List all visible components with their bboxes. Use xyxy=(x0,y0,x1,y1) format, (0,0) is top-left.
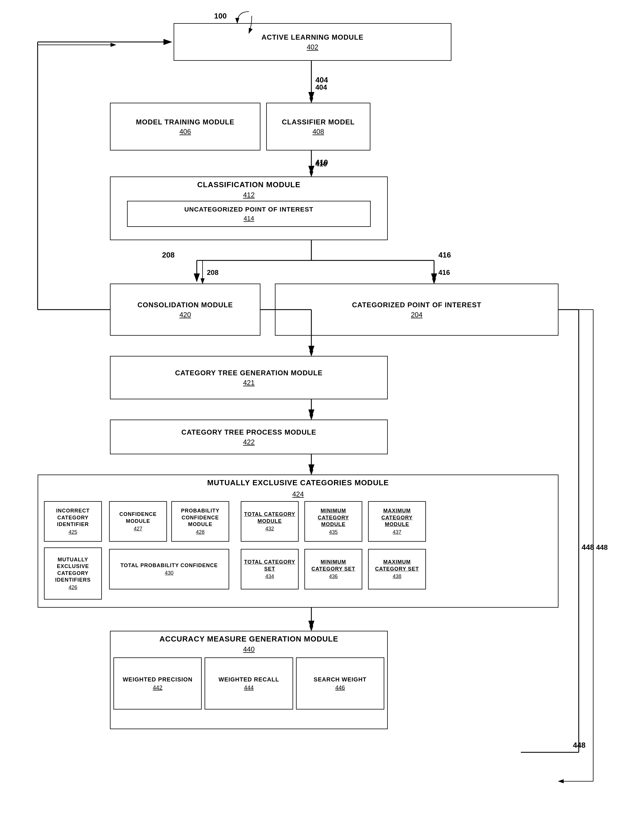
total-prob-confidence: TOTAL PROBABILITY CONFIDENCE 430 xyxy=(109,549,229,589)
svg-text:416: 416 xyxy=(438,251,451,259)
classification-module: CLASSIFICATION MODULE 412 UNCATEGORIZED … xyxy=(110,176,388,240)
category-tree-gen-module: CATEGORY TREE GENERATION MODULE 421 xyxy=(110,356,388,399)
ref-label-448: 448 xyxy=(573,741,585,750)
categorized-poi: CATEGORIZED POINT OF INTEREST 204 xyxy=(275,284,559,336)
min-cat-set: MINIMUM CATEGORY SET 436 xyxy=(304,549,362,589)
max-cat-set: MAXIMUM CATEGORY SET 438 xyxy=(368,549,426,589)
svg-text:208: 208 xyxy=(207,268,218,276)
svg-text:416: 416 xyxy=(438,268,450,276)
total-cat-set: TOTAL CATEGORY SET 434 xyxy=(241,549,299,589)
diagram: 404 410 208 416 448 xyxy=(0,0,623,840)
svg-text:410: 410 xyxy=(315,158,328,167)
svg-text:208: 208 xyxy=(162,251,175,259)
incorrect-cat-id: INCORRECT CATEGORY IDENTIFIER 425 xyxy=(44,501,102,542)
prob-confidence-module: PROBABILITY CONFIDENCE MODULE 428 xyxy=(171,501,229,542)
category-tree-process-module: CATEGORY TREE PROCESS MODULE 422 xyxy=(110,420,388,454)
max-cat-module: MAXIMUM CATEGORY MODULE 437 xyxy=(368,501,426,542)
svg-text:404: 404 xyxy=(315,83,327,91)
classifier-model: CLASSIFIER MODEL 408 xyxy=(266,103,370,150)
accuracy-measure-gen-module: ACCURACY MEASURE GENERATION MODULE 440 W… xyxy=(110,631,388,729)
confidence-module: CONFIDENCE MODULE 427 xyxy=(109,501,167,542)
svg-text:410: 410 xyxy=(315,160,327,168)
model-training-module: MODEL TRAINING MODULE 406 xyxy=(110,103,261,150)
svg-text:448: 448 xyxy=(596,543,608,551)
svg-text:448: 448 xyxy=(582,543,594,552)
mec-identifiers: MUTUALLY EXCLUSIVE CATEGORY IDENTIFIERS … xyxy=(44,547,102,599)
min-cat-module: MINIMUM CATEGORY MODULE 435 xyxy=(304,501,362,542)
weighted-recall: WEIGHTED RECALL 444 xyxy=(204,658,293,710)
uncategorized-poi: UNCATEGORIZED POINT OF INTEREST 414 xyxy=(127,201,371,227)
weighted-precision: WEIGHTED PRECISION 442 xyxy=(114,658,202,710)
consolidation-module: CONSOLIDATION MODULE 420 xyxy=(110,284,261,336)
svg-text:404: 404 xyxy=(315,75,328,84)
mec-module-outer: MUTUALLY EXCLUSIVE CATEGORIES MODULE 424… xyxy=(38,475,559,608)
search-weight: SEARCH WEIGHT 446 xyxy=(296,658,384,710)
active-learning-module: ACTIVE LEARNING MODULE 402 xyxy=(173,23,451,61)
total-cat-module: TOTAL CATEGORY MODULE 432 xyxy=(241,501,299,542)
